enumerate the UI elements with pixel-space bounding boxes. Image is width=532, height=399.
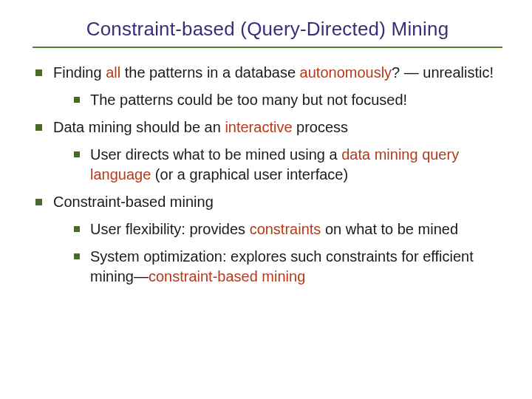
sub-list: User directs what to be mined using a da… bbox=[71, 145, 502, 185]
text: the patterns in a database bbox=[120, 64, 299, 81]
text: on what to be mined bbox=[321, 221, 458, 237]
sub-bullet: User flexibility: provides constraints o… bbox=[71, 219, 502, 239]
text: Data mining should be an bbox=[53, 119, 225, 135]
text: process bbox=[293, 119, 349, 135]
text: User directs what to be mined using a bbox=[90, 146, 341, 163]
text: User flexibility: provides bbox=[90, 221, 250, 237]
emphasis: constraints bbox=[250, 221, 321, 237]
title-underline bbox=[33, 47, 502, 48]
text: ? — unrealistic! bbox=[392, 64, 494, 81]
sub-list: The patterns could be too many but not f… bbox=[71, 90, 502, 110]
bullet-2: Data mining should be an interactive pro… bbox=[33, 117, 502, 185]
text: (or a graphical user interface) bbox=[151, 166, 348, 183]
sub-list: User flexibility: provides constraints o… bbox=[71, 219, 502, 287]
sub-bullet: System optimization: explores such const… bbox=[71, 247, 502, 287]
emphasis: all bbox=[106, 64, 120, 81]
bullet-3: Constraint-based mining User flexibility… bbox=[33, 192, 502, 287]
slide: Constraint-based (Query-Directed) Mining… bbox=[0, 0, 532, 399]
sub-bullet: User directs what to be mined using a da… bbox=[71, 145, 502, 185]
bullet-list: Finding all the patterns in a database a… bbox=[33, 63, 502, 287]
emphasis: autonomously bbox=[300, 64, 392, 81]
sub-bullet: The patterns could be too many but not f… bbox=[71, 90, 502, 110]
slide-body: Finding all the patterns in a database a… bbox=[33, 63, 502, 287]
emphasis: interactive bbox=[225, 119, 292, 135]
text: Finding bbox=[53, 64, 106, 81]
slide-title: Constraint-based (Query-Directed) Mining bbox=[33, 18, 502, 41]
emphasis: constraint-based mining bbox=[149, 268, 305, 284]
text: The patterns could be too many but not f… bbox=[90, 92, 407, 108]
bullet-1: Finding all the patterns in a database a… bbox=[33, 63, 502, 110]
text: Constraint-based mining bbox=[53, 194, 214, 210]
